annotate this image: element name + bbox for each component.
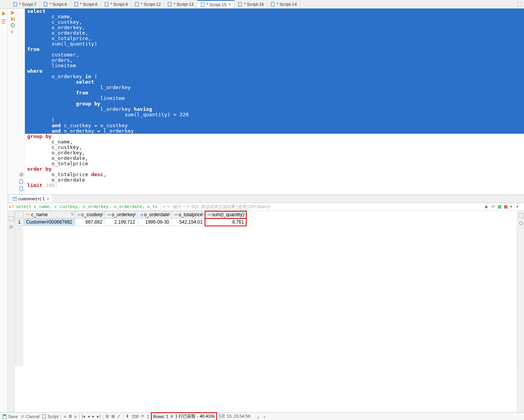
column-header[interactable]: ᴬᴮᶜc_name⇅ (24, 211, 75, 219)
dropdown-icon[interactable]: ▾ (510, 204, 515, 210)
timestamp: 5月 10, 15:54:58 (219, 413, 250, 419)
column-header[interactable]: ¹²³o_orderkey⇅ (105, 211, 138, 219)
export-icon[interactable]: ⬇ (126, 414, 129, 419)
close-icon[interactable]: ✕ (228, 2, 231, 7)
sql-file-icon (167, 2, 172, 7)
collapse-icon[interactable]: ⊟ (105, 414, 109, 419)
sort-icon[interactable]: ⇅ (133, 212, 137, 216)
editor-tab[interactable]: * Script-12 (131, 0, 164, 8)
editor-tab[interactable]: * Script-8 (71, 0, 101, 8)
cell[interactable]: 667,882 (75, 219, 105, 226)
svg-marker-9 (2, 12, 5, 16)
run-icon[interactable] (1, 11, 7, 16)
column-header[interactable]: ¹²³sum(l_quantity)⇅ (205, 211, 246, 219)
svg-point-16 (11, 24, 14, 27)
editor-tab[interactable]: * Script-9 (101, 0, 131, 8)
svg-rect-11 (2, 21, 4, 22)
play-step-icon[interactable] (10, 16, 16, 22)
more-icon[interactable]: ▾ (516, 204, 522, 210)
cell[interactable]: 2,199,712 (105, 219, 138, 226)
align2-icon[interactable]: ≣ (68, 414, 72, 419)
sql-text-area[interactable]: select c_name, c_custkey, o_orderkey, o_… (25, 9, 524, 194)
first-icon[interactable]: |◂ (82, 414, 85, 419)
svg-rect-2 (75, 2, 78, 6)
doc-icon[interactable] (19, 179, 24, 184)
expand2-icon[interactable]: ⤢ (117, 414, 121, 419)
next-icon[interactable]: ▸ (92, 414, 95, 419)
sort-icon[interactable]: ⇅ (168, 212, 171, 216)
apply-icon[interactable]: ▶ (485, 204, 491, 210)
close-icon[interactable]: ✕ (46, 197, 49, 201)
sort-icon[interactable]: ⇅ (201, 212, 204, 216)
save-button[interactable]: Save (2, 414, 18, 419)
svg-rect-4 (135, 2, 138, 6)
column-header[interactable]: ¹²³c_custkey⇅ (75, 211, 105, 219)
cancel-button[interactable]: Cancel (20, 414, 39, 419)
doc-icon[interactable] (19, 186, 24, 191)
table-icon (12, 196, 17, 201)
sql-preview[interactable]: select c_name, c_custkey, o_orderkey, o_… (14, 204, 159, 209)
play-icon[interactable] (10, 10, 16, 16)
rownum-header[interactable] (15, 211, 24, 219)
filter-toolbar: ▶ ⟳ ▦ ▦ ▾ ▾ (483, 204, 524, 210)
editor-tab[interactable]: * Script-15✕ (197, 0, 235, 8)
sort-icon[interactable]: ⇅ (242, 212, 245, 216)
svg-rect-8 (271, 2, 274, 6)
svg-rect-20 (20, 187, 23, 191)
prev-icon[interactable]: ◂ (88, 414, 90, 419)
cancel-icon (20, 414, 25, 419)
expand-icon[interactable]: ⊞ (111, 414, 115, 419)
table-row[interactable]: 1Customer#000667882667,8822,199,7121996-… (15, 219, 247, 226)
svg-rect-5 (168, 2, 171, 6)
save-icon (2, 414, 7, 419)
column-header[interactable]: ◔o_orderdate⇅ (138, 211, 172, 219)
panel-icon[interactable]: ▦ (498, 204, 503, 210)
last-icon[interactable]: ▸| (97, 414, 100, 419)
sort-icon[interactable]: ⇅ (101, 212, 104, 216)
refresh-icon[interactable]: ⟳ (141, 414, 144, 419)
sort-icon[interactable]: ⇅ (71, 212, 74, 216)
expand-icon[interactable]: ⤢ (163, 205, 166, 209)
outline-icon[interactable] (1, 19, 7, 24)
gear-icon[interactable] (19, 172, 24, 177)
cell[interactable]: Customer#000667882 (24, 219, 75, 226)
editor-tab[interactable]: * Script-16 (235, 0, 267, 8)
results-grid-wrap: 网格 ᴬᴮᶜc_name⇅¹²³c_custkey⇅¹²³o_orderkey⇅… (8, 211, 524, 412)
info-icon: ⊕ (170, 414, 173, 419)
result-tab-label: customer(+) 1 (18, 196, 45, 201)
svg-rect-12 (2, 23, 5, 24)
filter-input[interactable]: 输入一个 SQL 表达式来过滤结果 (使用 Ctrl+Space) (171, 204, 483, 210)
editor-tab[interactable]: * Script-6 (40, 0, 70, 8)
maximize-icon[interactable]: ⛶ (517, 2, 522, 7)
result-tab[interactable]: customer(+) 1 ✕ (10, 195, 52, 203)
text-icon[interactable] (9, 225, 14, 229)
filter-icon[interactable]: ▿ (166, 204, 171, 209)
align3-icon[interactable]: ≡ (74, 414, 77, 419)
commit-icon[interactable] (10, 23, 16, 28)
rownum-cell[interactable]: 1 (15, 219, 24, 226)
svg-rect-28 (519, 213, 523, 218)
sql-file-icon (270, 2, 275, 7)
align-icon[interactable]: ≡ (63, 414, 66, 419)
sash-handle-icon[interactable]: ▴ ▾ (257, 415, 267, 419)
filter-bar: ▸T select c_name, c_custkey, o_orderkey,… (8, 203, 524, 211)
fetch-size[interactable]: 200 (131, 414, 138, 419)
record-icon[interactable] (519, 221, 523, 226)
panels-icon[interactable] (519, 213, 523, 218)
grid-icon[interactable] (9, 216, 14, 221)
refresh-icon[interactable]: ⟳ (491, 204, 497, 210)
cell[interactable]: 542,154.01 (172, 219, 205, 226)
editor-tab[interactable]: * Script-14 (267, 0, 300, 8)
script-icon (42, 414, 46, 419)
editor-tab[interactable]: * Script-7 (10, 0, 40, 8)
panel2-icon[interactable]: ▦ (504, 204, 509, 210)
script-button[interactable]: Script (42, 414, 58, 419)
sql-file-icon (238, 2, 242, 7)
explain-icon[interactable]: E (10, 29, 16, 34)
cell[interactable]: 8,761 (205, 219, 246, 226)
svg-marker-13 (11, 11, 14, 15)
column-header[interactable]: ¹²³o_totalprice⇅ (172, 211, 205, 219)
editor-tab[interactable]: * Script-13 (164, 0, 197, 8)
cell[interactable]: 1996-09-30 (138, 219, 172, 226)
results-grid[interactable]: ᴬᴮᶜc_name⇅¹²³c_custkey⇅¹²³o_orderkey⇅◔o_… (15, 211, 517, 412)
